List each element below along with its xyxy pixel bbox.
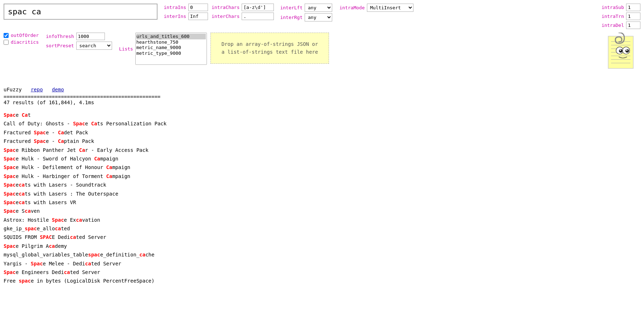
result-text: e Hulk - Harbinger of Torment (16, 173, 106, 179)
intraDel-label: intraDel (599, 23, 624, 28)
highlight: Spac (73, 121, 85, 126)
diacritics-label[interactable]: diacritics (11, 39, 39, 45)
highlight: ca (55, 226, 61, 231)
highlight: Spac (4, 182, 16, 188)
outOfOrder-checkbox[interactable] (4, 33, 9, 38)
highlight: ca (139, 252, 145, 258)
result-item: Space Hulk - Defilement of Honour Campai… (4, 163, 640, 171)
results-container: Space CatCall of Duty: Ghosts - Space Ca… (4, 111, 640, 285)
result-text: e (16, 191, 19, 197)
drop-zone[interactable]: Drop an array-of-strings JSON or a list-… (210, 33, 329, 64)
result-text: SQUIDS FROM (4, 234, 40, 240)
result-text: e (85, 121, 91, 126)
repo-link[interactable]: repo (31, 87, 43, 92)
result-item: Space Ribbon Panther Jet Car - Early Acc… (4, 146, 640, 154)
search-input[interactable] (4, 4, 158, 20)
chars-group: intraChars interChars (212, 4, 274, 20)
result-text: e (16, 182, 19, 188)
highlight: Spac (4, 147, 16, 153)
interLft-select[interactable]: any strict loose (305, 4, 332, 12)
result-item: Free space in bytes (LogicalDisk Percent… (4, 277, 640, 285)
result-text: Fractured (4, 130, 34, 135)
result-item: SQUIDS FROM SPACE Dedicated Server (4, 233, 640, 241)
result-text: mpaign (100, 156, 118, 162)
results-area: uFuzzy repo demo =======================… (4, 87, 640, 285)
clippy-icon (597, 33, 640, 83)
highlight: Ca (91, 121, 97, 126)
result-text: ven (31, 208, 40, 214)
lists-group: Lists urls_and_titles_600 hearthstone_75… (119, 33, 207, 65)
highlight: Spac (4, 173, 16, 179)
interChars-label: interChars (212, 14, 239, 19)
infoThresh-input[interactable] (76, 33, 105, 40)
highlight: Ca (58, 130, 64, 135)
highlight: Spac (4, 112, 16, 118)
highlight: ca (19, 191, 25, 197)
intraSub-input[interactable] (626, 4, 640, 11)
highlight: Ca (58, 138, 64, 144)
separator: ========================================… (4, 94, 640, 100)
interLft-label: interLft (277, 5, 302, 10)
result-text: vation (82, 217, 100, 223)
interIns-input[interactable] (188, 13, 208, 20)
lists-select[interactable]: urls_and_titles_600 hearthstone_750 metr… (135, 33, 207, 65)
result-item: Fractured Space - Captain Pack (4, 137, 640, 145)
highlight: ca (85, 261, 91, 266)
result-item: Astrox: Hostile Space Excavation (4, 216, 640, 224)
svg-point-12 (620, 49, 621, 51)
result-item: Spacecats with Lasers VR (4, 198, 640, 206)
result-text: e_definition_ (100, 252, 140, 258)
ufuzzy-prefix: uFuzzy (4, 87, 22, 92)
highlight: Spac (52, 217, 64, 223)
lft-rgt-group: interLft any strict loose interRgt any s… (277, 4, 332, 21)
intraMode-label: intraMode (339, 5, 364, 10)
result-item: Spacecats with Lasers - Soundtrack (4, 181, 640, 189)
infoThresh-label: infoThresh (46, 34, 74, 39)
result-text: ted (61, 226, 70, 231)
highlight: ca (25, 208, 31, 214)
intraTrn-label: intraTrn (599, 14, 624, 19)
intraMode-select[interactable]: MultiInsert SingleError (367, 4, 413, 12)
highlight: Spac (4, 243, 16, 249)
svg-point-13 (626, 49, 628, 51)
interChars-input[interactable] (242, 13, 274, 20)
result-item: gke_ip_space_allocated (4, 225, 640, 232)
intraDel-input[interactable] (626, 21, 640, 29)
result-item: Fractured Space - Cadet Pack (4, 129, 640, 136)
result-item: Space Pilgrim Academy (4, 242, 640, 250)
result-text: e - (46, 130, 58, 135)
highlight: ca (64, 269, 70, 275)
intraChars-label: intraChars (212, 5, 239, 10)
outOfOrder-label[interactable]: outOfOrder (11, 33, 39, 38)
intraMode-group: intraMode MultiInsert SingleError (339, 4, 413, 12)
intraChars-input[interactable] (242, 4, 274, 11)
result-text: mpaign (112, 164, 130, 170)
intraIns-label: intraIns (161, 5, 186, 10)
result-item: Space Cat (4, 111, 640, 119)
result-text: ts with Lasers - Soundtrack (25, 182, 106, 188)
highlight: Spac (4, 191, 16, 197)
result-text: e Ex (64, 217, 76, 223)
interRgt-select[interactable]: any strict loose (305, 13, 332, 21)
result-text: ted Server (76, 234, 106, 240)
result-text: gke_ip_ (4, 226, 25, 231)
result-text: det Pack (64, 130, 88, 135)
result-item: Space Engineers Dedicated Server (4, 268, 640, 276)
drop-zone-line2: a list-of-strings text file here (222, 49, 318, 55)
highlight: SPAC (40, 234, 52, 240)
clippy-area (597, 33, 640, 84)
highlight: ca (19, 199, 25, 205)
result-text: isk PercentFreeSpace) (91, 278, 154, 284)
intraTrn-input[interactable] (626, 13, 640, 20)
middle-section: outOfOrder diacritics infoThresh sortPre… (4, 33, 640, 84)
result-item: Spacecats with Lasers : The Outerspace (4, 190, 640, 198)
diacritics-checkbox[interactable] (4, 40, 9, 45)
result-text: e Melee - Dedi (43, 261, 85, 266)
result-text: e Hulk - Defilement of Honour (16, 164, 106, 170)
sortPreset-select[interactable]: search rank alpha (76, 42, 112, 50)
result-text: E Dedi (52, 234, 70, 240)
info-sort-group: infoThresh sortPreset search rank alpha (46, 33, 112, 50)
intraIns-input[interactable] (188, 4, 208, 11)
result-text: t (28, 112, 30, 118)
demo-link[interactable]: demo (52, 87, 64, 92)
